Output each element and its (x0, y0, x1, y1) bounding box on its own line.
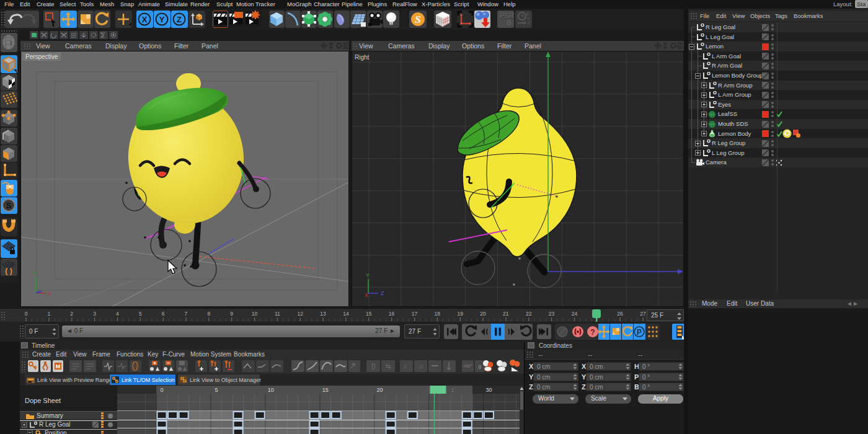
svg-text:17: 17 (412, 311, 418, 317)
svg-text:10: 10 (268, 387, 274, 393)
svg-text:( ): ( ) (5, 267, 12, 275)
svg-text:X: X (142, 15, 148, 24)
svg-text:?: ? (590, 328, 595, 337)
svg-text:5: 5 (139, 311, 142, 317)
svg-text:S: S (6, 201, 12, 210)
svg-text:2: 2 (70, 311, 73, 317)
svg-text:Y: Y (527, 17, 529, 20)
svg-text:30: 30 (485, 387, 492, 393)
svg-text:15: 15 (366, 311, 372, 317)
svg-text:20: 20 (377, 387, 383, 393)
svg-text:5: 5 (215, 387, 218, 393)
svg-text:15: 15 (322, 387, 329, 393)
svg-text:7: 7 (185, 311, 188, 317)
svg-text:X: X (365, 292, 368, 298)
svg-text:△·: △· (404, 363, 409, 369)
svg-text:Y: Y (33, 270, 37, 277)
svg-text:9: 9 (230, 311, 233, 317)
svg-text:12: 12 (297, 311, 303, 317)
svg-text:Z: Z (381, 290, 384, 296)
svg-text:8: 8 (207, 311, 210, 317)
svg-text:24: 24 (572, 311, 578, 317)
svg-text:X: X (526, 12, 529, 16)
svg-text:·△: ·△ (418, 363, 424, 369)
svg-text:10: 10 (252, 311, 258, 317)
svg-text:20: 20 (480, 311, 486, 317)
svg-text:+90°: +90° (463, 364, 472, 368)
svg-text:S: S (415, 14, 420, 25)
svg-text:⇆: ⇆ (386, 363, 391, 370)
svg-text:21: 21 (503, 311, 509, 317)
svg-text:M: M (56, 363, 61, 370)
svg-text:3: 3 (93, 311, 96, 317)
svg-text:0: 0 (25, 311, 28, 317)
svg-text:11: 11 (275, 311, 280, 317)
svg-text:0: 0 (160, 387, 163, 393)
svg-text:18: 18 (435, 311, 441, 317)
svg-text:16: 16 (389, 311, 395, 317)
svg-text:22: 22 (526, 311, 532, 317)
svg-text:14: 14 (343, 311, 349, 317)
svg-text:27: 27 (640, 311, 646, 317)
svg-text:4: 4 (116, 311, 119, 317)
svg-text:0: 0 (507, 18, 511, 27)
svg-text:23: 23 (549, 311, 555, 317)
svg-text:x: x (48, 290, 51, 296)
svg-text:Y: Y (159, 15, 165, 24)
svg-text:Z: Z (528, 21, 530, 25)
svg-text::: : (452, 387, 454, 393)
svg-text:Y: Y (366, 272, 370, 278)
svg-text:13: 13 (320, 311, 326, 317)
svg-text:Z: Z (177, 15, 182, 24)
svg-text:P: P (637, 328, 642, 337)
svg-text:26: 26 (617, 311, 623, 317)
svg-text:{): {) (371, 363, 376, 370)
svg-text:1: 1 (47, 311, 50, 317)
svg-text:19: 19 (457, 311, 463, 317)
svg-text:0: 0 (478, 364, 481, 370)
svg-text:6: 6 (162, 311, 165, 317)
